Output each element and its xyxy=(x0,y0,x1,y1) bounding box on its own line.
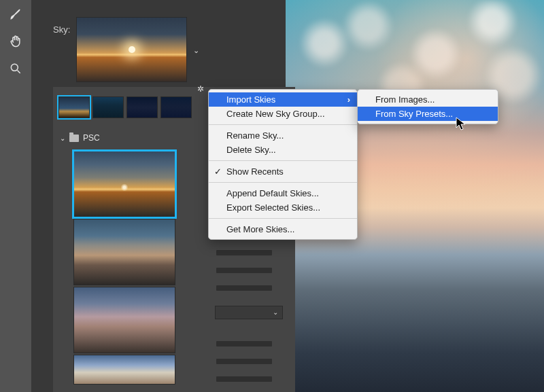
menu-append-default[interactable]: Append Default Skies... xyxy=(209,186,357,200)
menu-create-group[interactable]: Create New Sky Group... xyxy=(209,107,357,121)
slider-5[interactable] xyxy=(216,359,272,364)
submenu-from-images-label: From Images... xyxy=(375,94,435,105)
menu-separator xyxy=(209,160,357,161)
brush-tool[interactable] xyxy=(8,7,23,22)
preset-thumb-1[interactable] xyxy=(73,151,175,217)
menu-append-default-label: Append Default Skies... xyxy=(226,188,319,198)
submenu-from-images[interactable]: From Images... xyxy=(358,92,498,107)
dropdown-1[interactable]: ⌄ xyxy=(215,306,283,319)
sky-field-label: Sky: xyxy=(53,24,70,35)
menu-show-recents-label: Show Recents xyxy=(226,166,284,177)
recent-sky-3[interactable] xyxy=(126,96,158,118)
menu-export-selected[interactable]: Export Selected Skies... xyxy=(209,200,357,215)
menu-get-more-label: Get More Skies... xyxy=(226,224,294,234)
menu-import-skies[interactable]: Import Skies xyxy=(209,92,357,107)
folder-icon xyxy=(69,135,79,142)
sky-presets-panel: ✲ ⌄ PSC xyxy=(53,87,207,392)
menu-separator xyxy=(209,218,357,219)
menu-delete-label: Delete Sky... xyxy=(226,145,276,155)
submenu-from-presets-label: From Sky Presets... xyxy=(375,109,453,119)
hand-tool[interactable] xyxy=(8,34,23,49)
menu-rename-label: Rename Sky... xyxy=(226,130,284,141)
sky-selected-thumb[interactable] xyxy=(76,17,187,82)
slider-2[interactable] xyxy=(216,268,272,273)
preset-thumb-2[interactable] xyxy=(73,219,175,285)
recent-sky-1[interactable] xyxy=(58,96,90,118)
zoom-tool[interactable] xyxy=(8,61,23,76)
preset-group-header[interactable]: ⌄ PSC xyxy=(53,129,207,147)
slider-1[interactable] xyxy=(216,250,272,255)
menu-rename-sky[interactable]: Rename Sky... xyxy=(209,128,357,143)
preset-thumb-3[interactable] xyxy=(73,287,175,353)
gear-icon[interactable]: ✲ xyxy=(197,84,204,94)
recent-sky-4[interactable] xyxy=(160,96,192,118)
sky-dropdown-caret[interactable]: ⌄ xyxy=(193,46,199,55)
menu-separator xyxy=(209,124,357,125)
context-menu: Import Skies Create New Sky Group... Ren… xyxy=(208,89,358,240)
menu-get-more[interactable]: Get More Skies... xyxy=(209,222,357,236)
menu-delete-sky[interactable]: Delete Sky... xyxy=(209,143,357,157)
recent-sky-2[interactable] xyxy=(92,96,124,118)
slider-3[interactable] xyxy=(216,285,272,291)
import-submenu: From Images... From Sky Presets... xyxy=(357,89,498,124)
preset-group-name: PSC xyxy=(83,133,100,143)
menu-separator xyxy=(209,182,357,183)
submenu-from-presets[interactable]: From Sky Presets... xyxy=(358,107,498,121)
svg-point-0 xyxy=(11,64,18,71)
menu-export-selected-label: Export Selected Skies... xyxy=(226,202,320,213)
preset-group: ⌄ PSC xyxy=(53,129,207,385)
menu-import-skies-label: Import Skies xyxy=(226,94,275,105)
chevron-down-icon: ⌄ xyxy=(60,135,65,142)
recent-skies-row xyxy=(53,96,207,126)
toolbar xyxy=(0,0,31,392)
slider-4[interactable] xyxy=(216,341,272,346)
slider-6[interactable] xyxy=(216,376,272,382)
menu-create-group-label: Create New Sky Group... xyxy=(226,109,325,119)
menu-show-recents[interactable]: Show Recents xyxy=(209,164,357,179)
preset-thumb-4[interactable] xyxy=(73,355,175,385)
mouse-cursor xyxy=(456,117,466,132)
